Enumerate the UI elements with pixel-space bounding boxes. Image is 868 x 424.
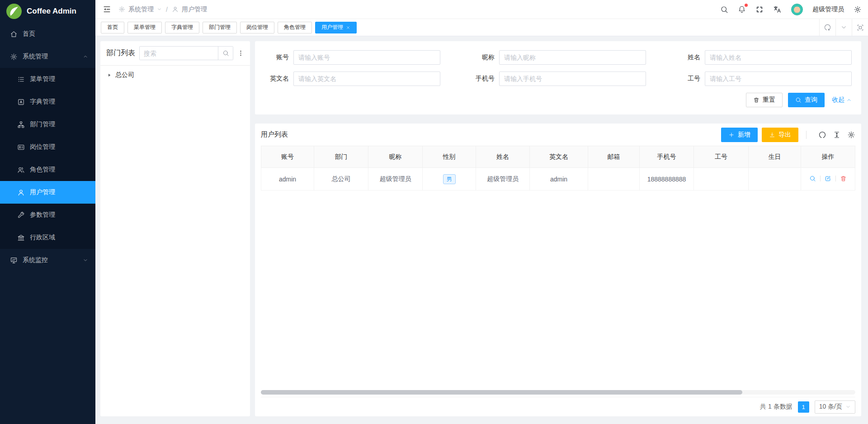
sidebar-item-dept-mgmt[interactable]: 部门管理 xyxy=(0,113,95,136)
cell-actions xyxy=(801,168,855,191)
table-refresh-button[interactable] xyxy=(818,131,826,139)
edit-row-button[interactable] xyxy=(825,175,831,182)
row-height-button[interactable] xyxy=(833,131,841,139)
user-table-title: 用户列表 xyxy=(261,130,288,139)
refresh-icon xyxy=(818,131,826,139)
tab-post-mgmt[interactable]: 岗位管理 xyxy=(240,22,274,33)
gear-icon xyxy=(118,6,125,13)
id-badge-icon xyxy=(17,143,25,151)
collapse-filter-link[interactable]: 收起 xyxy=(832,96,852,104)
breadcrumb: 系统管理 / 用户管理 xyxy=(118,5,207,14)
sidebar-item-system-monitor[interactable]: 系统监控 xyxy=(0,249,95,272)
delete-icon xyxy=(840,175,847,182)
user-table: 账号 部门 昵称 性别 姓名 英文名 邮箱 手机号 工号 生日 操作 xyxy=(261,146,855,191)
pagination-bar: 共 1 条数据 1 10 条/页 xyxy=(261,397,855,416)
fullscreen-button[interactable] xyxy=(755,5,764,14)
department-more-button[interactable] xyxy=(237,50,244,57)
sidebar-item-region[interactable]: 行政区域 xyxy=(0,226,95,249)
sidebar-item-menu-mgmt[interactable]: 菜单管理 xyxy=(0,68,95,91)
department-search-input[interactable] xyxy=(140,47,218,60)
chevron-down-icon xyxy=(845,404,851,410)
user-avatar[interactable] xyxy=(791,4,803,15)
tree-node-company[interactable]: 总公司 xyxy=(107,71,243,79)
tab-home[interactable]: 首页 xyxy=(101,22,124,33)
sidebar-item-role-mgmt[interactable]: 角色管理 xyxy=(0,158,95,181)
cell-birthday xyxy=(749,168,801,191)
horizontal-scrollbar xyxy=(261,390,855,395)
main-area: 系统管理 / 用户管理 超级管理员 xyxy=(95,0,868,424)
search-icon xyxy=(720,5,728,14)
nickname-input[interactable] xyxy=(499,50,646,65)
add-user-button[interactable]: 新增 xyxy=(721,128,758,142)
sidebar-item-param-mgmt[interactable]: 参数管理 xyxy=(0,204,95,226)
cell-gender: 男 xyxy=(423,168,476,191)
col-name: 姓名 xyxy=(476,146,530,168)
work-no-input[interactable] xyxy=(705,71,852,86)
name-input[interactable] xyxy=(705,50,852,65)
translate-icon xyxy=(773,5,782,14)
maximize-icon xyxy=(857,24,864,31)
query-button[interactable]: 查询 xyxy=(788,93,825,107)
sidebar-item-user-mgmt[interactable]: 用户管理 xyxy=(0,181,95,204)
monitor-chart-icon xyxy=(10,257,18,264)
field-account: 账号 xyxy=(261,50,440,65)
global-search-button[interactable] xyxy=(720,5,728,14)
tab-refresh-button[interactable] xyxy=(819,19,835,36)
chevron-down-icon xyxy=(83,257,88,263)
delete-row-button[interactable] xyxy=(840,175,847,182)
close-icon[interactable] xyxy=(346,25,350,30)
caret-right-icon[interactable] xyxy=(107,73,112,77)
tab-dict-mgmt[interactable]: 字典管理 xyxy=(165,22,199,33)
app-logo[interactable]: Coffee Admin xyxy=(0,0,95,23)
role-icon xyxy=(17,166,25,174)
page-size-select[interactable]: 10 条/页 xyxy=(815,400,855,414)
tab-maximize-button[interactable] xyxy=(852,19,868,36)
sidebar-item-post-mgmt[interactable]: 岗位管理 xyxy=(0,136,95,158)
refresh-icon xyxy=(824,24,831,31)
cell-nickname: 超级管理员 xyxy=(368,168,423,191)
plus-icon xyxy=(728,132,735,138)
notifications-button[interactable] xyxy=(738,5,746,14)
sidebar-item-system-mgmt[interactable]: 系统管理 xyxy=(0,45,95,68)
sidebar-fold-button[interactable] xyxy=(103,5,111,14)
tab-dept-mgmt[interactable]: 部门管理 xyxy=(203,22,237,33)
account-input[interactable] xyxy=(293,50,440,65)
chevron-down-icon xyxy=(157,7,162,12)
user-name[interactable]: 超级管理员 xyxy=(812,5,844,14)
tab-user-mgmt[interactable]: 用户管理 xyxy=(315,22,357,33)
english-name-input[interactable] xyxy=(293,71,440,86)
tab-more-button[interactable] xyxy=(835,19,852,36)
sidebar-item-dict-mgmt[interactable]: 字典管理 xyxy=(0,91,95,113)
table-empty-space xyxy=(261,191,855,390)
sidebar: Coffee Admin 首页 系统管理 菜单管理 字典管理 部门管理 岗位管理… xyxy=(0,0,95,424)
sidebar-item-home[interactable]: 首页 xyxy=(0,23,95,45)
phone-input[interactable] xyxy=(499,71,646,86)
col-work-no: 工号 xyxy=(694,146,749,168)
menu-fold-icon xyxy=(103,5,111,14)
reset-button[interactable]: 重置 xyxy=(746,93,783,107)
view-row-button[interactable] xyxy=(809,175,816,182)
user-icon xyxy=(172,6,179,13)
sidebar-submenu-system: 菜单管理 字典管理 部门管理 岗位管理 角色管理 用户管理 参数管理 行政区域 xyxy=(0,68,95,249)
translate-button[interactable] xyxy=(773,5,782,14)
pagination-page-1[interactable]: 1 xyxy=(798,401,809,413)
content-area: 部门列表 总公司 xyxy=(95,36,868,424)
settings-button[interactable] xyxy=(854,5,862,14)
col-birthday: 生日 xyxy=(749,146,801,168)
scrollbar-thumb[interactable] xyxy=(261,390,742,395)
search-form: 账号 昵称 姓名 英文名 xyxy=(261,50,855,86)
field-phone: 手机号 xyxy=(467,71,646,86)
table-settings-button[interactable] xyxy=(847,131,855,139)
cell-email xyxy=(588,168,640,191)
tab-role-mgmt[interactable]: 角色管理 xyxy=(278,22,312,33)
department-search-button[interactable] xyxy=(218,47,233,60)
breadcrumb-section[interactable]: 系统管理 xyxy=(128,5,154,14)
filter-actions: 重置 查询 收起 xyxy=(261,93,855,107)
export-button[interactable]: 导出 xyxy=(762,128,798,142)
cell-department: 总公司 xyxy=(314,168,368,191)
toolbar-divider xyxy=(806,131,807,139)
tab-menu-mgmt[interactable]: 菜单管理 xyxy=(127,22,162,33)
chevron-up-icon xyxy=(83,54,88,59)
column-height-icon xyxy=(833,131,841,139)
view-icon xyxy=(809,175,816,182)
